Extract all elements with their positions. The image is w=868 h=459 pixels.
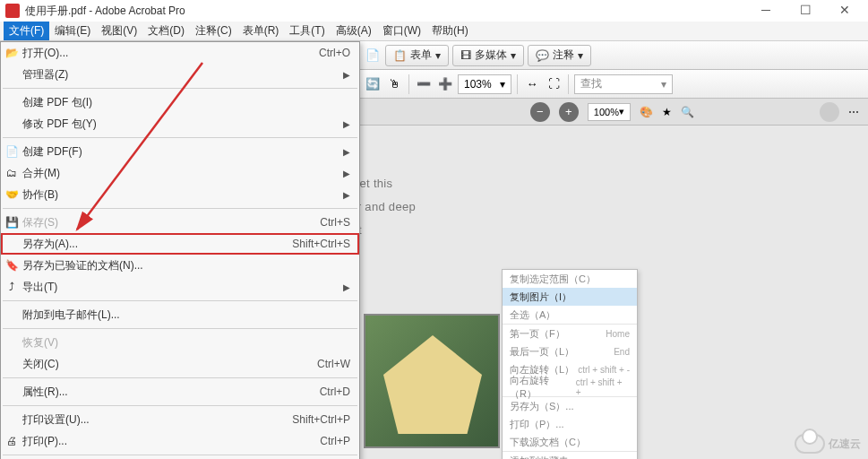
menu-item-label: 创建 PDF(F) bbox=[22, 144, 82, 160]
create-pdf-icon: 📄 bbox=[4, 144, 19, 159]
print-icon: 🖨 bbox=[4, 434, 19, 448]
file-menu-item-23[interactable]: 🖨打印(P)...Ctrl+P bbox=[1, 430, 359, 452]
fit-width-icon[interactable]: ↔ bbox=[523, 75, 541, 93]
menu-item-label: 修改 PDF 包(Y) bbox=[22, 117, 97, 132]
menu-shortcut: Ctrl+S bbox=[320, 216, 350, 229]
menu-shortcut: Ctrl+D bbox=[320, 385, 350, 398]
file-menu-item-4[interactable]: 修改 PDF 包(Y)▶ bbox=[1, 113, 359, 134]
context-shortcut: ctrl + shift + + bbox=[576, 377, 630, 397]
save-icon: 💾 bbox=[4, 215, 19, 230]
avatar[interactable] bbox=[820, 102, 839, 122]
menu-5[interactable]: 表单(R) bbox=[237, 22, 285, 40]
menu-4[interactable]: 注释(C) bbox=[190, 22, 237, 40]
window-title: 使用手册.pdf - Adobe Acrobat Pro bbox=[25, 4, 185, 19]
context-shortcut: Home bbox=[606, 329, 630, 339]
context-label: 打印（P）... bbox=[510, 418, 564, 431]
context-item-5[interactable]: 最后一页（L）End bbox=[503, 342, 637, 360]
menu-2[interactable]: 视图(V) bbox=[96, 22, 142, 40]
context-item-2[interactable]: 全选（A） bbox=[503, 306, 637, 324]
star-icon[interactable]: ★ bbox=[662, 106, 672, 118]
context-menu: 复制选定范围（C）复制图片（I）全选（A）第一页（F）Home最后一页（L）En… bbox=[502, 269, 638, 459]
comments-button[interactable]: 💬注释▾ bbox=[528, 45, 591, 66]
file-menu-item-15[interactable]: 附加到电子邮件(L)... bbox=[1, 304, 359, 325]
submenu-arrow-icon: ▶ bbox=[343, 119, 350, 129]
context-label: 全选（A） bbox=[510, 308, 555, 322]
menu-3[interactable]: 文档(D) bbox=[142, 22, 190, 40]
file-menu-item-20[interactable]: 属性(R)...Ctrl+D bbox=[1, 381, 359, 403]
context-item-9[interactable]: 另存为（S）... bbox=[503, 397, 637, 415]
context-label: 添加到收藏夹 bbox=[510, 455, 569, 460]
menu-item-label: 打印设置(U)... bbox=[22, 412, 90, 428]
context-label: 第一页（F） bbox=[510, 327, 565, 341]
doc-zoom[interactable]: 100% ▾ bbox=[588, 103, 631, 121]
submenu-arrow-icon: ▶ bbox=[343, 70, 350, 80]
menu-6[interactable]: 工具(T) bbox=[284, 22, 330, 40]
menu-item-label: 管理器(Z) bbox=[22, 67, 68, 82]
context-shortcut: End bbox=[614, 347, 630, 357]
file-menu-item-0[interactable]: 📂打开(O)...Ctrl+O bbox=[1, 42, 359, 64]
zoom-value[interactable]: 103%▾ bbox=[458, 74, 511, 94]
context-item-0[interactable]: 复制选定范围（C） bbox=[503, 270, 637, 288]
menu-shortcut: Ctrl+P bbox=[320, 435, 350, 447]
submenu-arrow-icon: ▶ bbox=[343, 282, 350, 292]
file-menu-item-18[interactable]: 关闭(C)Ctrl+W bbox=[1, 353, 359, 375]
file-menu-item-22[interactable]: 打印设置(U)...Shift+Ctrl+P bbox=[1, 409, 359, 430]
minimize-button[interactable]: ─ bbox=[746, 0, 786, 20]
file-menu-item-3[interactable]: 创建 PDF 包(I) bbox=[1, 91, 359, 113]
submenu-arrow-icon: ▶ bbox=[343, 147, 350, 157]
rotate-icon[interactable]: 🔄 bbox=[364, 75, 382, 93]
zoom-in-icon[interactable]: ➕ bbox=[436, 75, 454, 93]
menu-item-label: 合并(M) bbox=[22, 166, 60, 181]
file-menu-item-12[interactable]: 🔖另存为已验证的文档(N)... bbox=[1, 255, 359, 276]
context-item-4[interactable]: 第一页（F）Home bbox=[503, 325, 637, 342]
menu-shortcut: Shift+Ctrl+S bbox=[292, 238, 350, 250]
menu-item-label: 打开(O)... bbox=[22, 46, 68, 61]
menu-7[interactable]: 高级(A) bbox=[331, 22, 377, 40]
document-image bbox=[364, 314, 500, 448]
file-menu-item-13[interactable]: ⤴导出(T)▶ bbox=[1, 276, 359, 298]
context-item-10[interactable]: 打印（P）... bbox=[503, 415, 637, 433]
zoom-out-icon[interactable]: ➖ bbox=[415, 75, 433, 93]
menu-item-label: 协作(B) bbox=[22, 187, 58, 203]
menu-shortcut: Ctrl+O bbox=[319, 47, 350, 59]
menu-item-label: 关闭(C) bbox=[22, 357, 59, 372]
file-menu-item-11[interactable]: 另存为(A)...Shift+Ctrl+S bbox=[1, 233, 359, 255]
search-icon[interactable]: 🔍 bbox=[681, 106, 694, 118]
file-menu-item-17[interactable]: 恢复(V) bbox=[1, 332, 359, 353]
context-item-13[interactable]: 添加到收藏夹 bbox=[503, 452, 637, 459]
zoom-out-doc-icon[interactable]: − bbox=[530, 102, 550, 122]
file-menu-dropdown: 📂打开(O)...Ctrl+O管理器(Z)▶创建 PDF 包(I)修改 PDF … bbox=[0, 41, 360, 459]
app-icon bbox=[5, 4, 20, 18]
merge-icon: 🗂 bbox=[4, 166, 19, 180]
context-label: 下载源文档（C） bbox=[510, 436, 586, 449]
palette-icon[interactable]: 🎨 bbox=[640, 106, 653, 118]
file-icon[interactable]: 📄 bbox=[364, 47, 382, 65]
submenu-arrow-icon: ▶ bbox=[343, 190, 350, 200]
context-item-11[interactable]: 下载源文档（C） bbox=[503, 433, 637, 451]
menu-item-label: 导出(T) bbox=[22, 280, 57, 295]
multimedia-button[interactable]: 🎞多媒体▾ bbox=[452, 45, 524, 66]
watermark: 亿速云 bbox=[795, 434, 861, 454]
file-menu-item-8[interactable]: 🤝协作(B)▶ bbox=[1, 184, 359, 205]
file-menu-item-1[interactable]: 管理器(Z)▶ bbox=[1, 64, 359, 85]
forms-button[interactable]: 📋表单▾ bbox=[385, 45, 449, 66]
menu-9[interactable]: 帮助(H) bbox=[426, 22, 474, 40]
select-icon[interactable]: 🖱 bbox=[385, 75, 403, 93]
menu-0[interactable]: 文件(F) bbox=[4, 22, 49, 40]
find-input[interactable]: 查找▾ bbox=[574, 74, 673, 94]
context-item-1[interactable]: 复制图片（I） bbox=[503, 288, 637, 306]
file-menu-item-6[interactable]: 📄创建 PDF(F)▶ bbox=[1, 141, 359, 162]
menu-shortcut: Shift+Ctrl+P bbox=[292, 413, 350, 426]
menubar: 文件(F)编辑(E)视图(V)文档(D)注释(C)表单(R)工具(T)高级(A)… bbox=[0, 22, 868, 41]
file-menu-item-10[interactable]: 💾保存(S)Ctrl+S bbox=[1, 212, 359, 233]
context-label: 最后一页（L） bbox=[510, 345, 574, 359]
context-item-7[interactable]: 向右旋转（R）ctrl + shift + + bbox=[503, 378, 637, 396]
file-menu-item-7[interactable]: 🗂合并(M)▶ bbox=[1, 162, 359, 184]
menu-8[interactable]: 窗口(W) bbox=[377, 22, 426, 40]
menu-1[interactable]: 编辑(E) bbox=[49, 22, 96, 40]
more-icon[interactable]: ⋯ bbox=[848, 106, 859, 118]
maximize-button[interactable]: ☐ bbox=[786, 0, 825, 20]
zoom-in-doc-icon[interactable]: + bbox=[559, 102, 579, 122]
fit-page-icon[interactable]: ⛶ bbox=[545, 75, 563, 93]
close-button[interactable]: ✕ bbox=[825, 0, 864, 20]
